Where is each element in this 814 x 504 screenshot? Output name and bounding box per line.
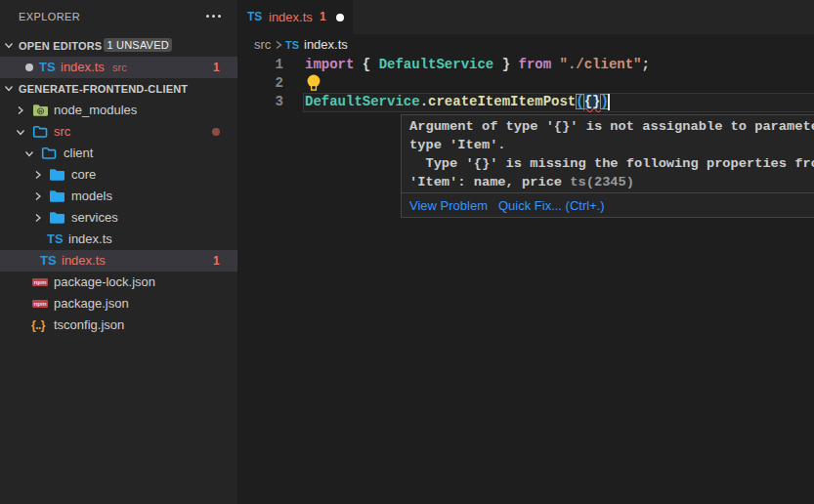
svg-text:npm: npm xyxy=(33,300,47,307)
svg-text:npm: npm xyxy=(33,278,47,285)
